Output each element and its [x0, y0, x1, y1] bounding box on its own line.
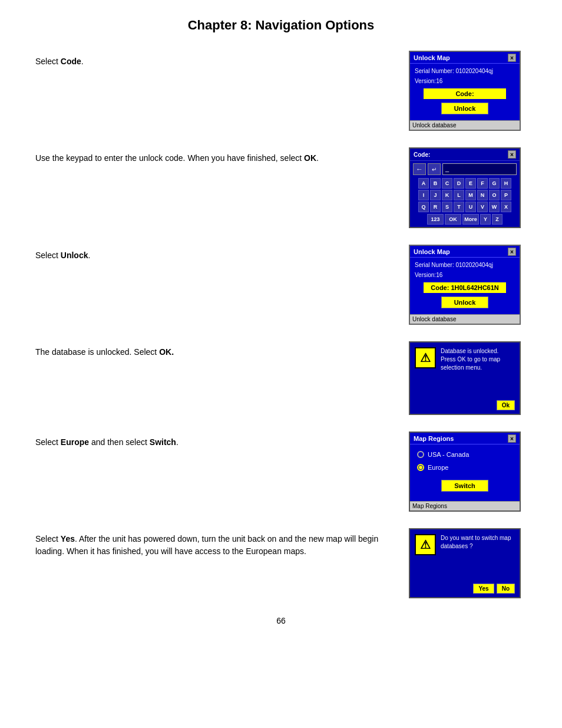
backspace-key[interactable]: ← [413, 163, 426, 175]
key-K[interactable]: K [442, 190, 452, 200]
close-button-1[interactable]: × [508, 54, 516, 62]
ui-dialog-ok: ⚠ Database is unlocked. Press OK to go t… [409, 341, 521, 415]
key-M[interactable]: M [465, 190, 476, 200]
close-button-2[interactable]: × [508, 248, 516, 256]
ui-map-regions: Map Regions × USA - Canada Europe Switch [409, 431, 521, 512]
section-select-europe: Select Europe and then select Switch. Ma… [35, 431, 527, 512]
yes-button[interactable]: Yes [473, 584, 494, 594]
close-button-kb[interactable]: × [508, 150, 516, 159]
keyboard-input-row: ← ↵ _ [410, 161, 520, 177]
key-S[interactable]: S [442, 202, 452, 212]
section-text-4: The database is unlocked. Select OK. [35, 341, 397, 358]
key-I[interactable]: I [418, 190, 429, 200]
key-D[interactable]: D [454, 178, 464, 189]
exclamation-icon: ⚠ [420, 351, 431, 365]
radio-europe-circle[interactable] [417, 464, 424, 471]
keyboard-row-3: Q R S T U V W X [410, 201, 520, 213]
section-select-code: Select Code. Unlock Map × Serial Number:… [35, 51, 527, 131]
keyboard-input[interactable]: _ [442, 163, 517, 175]
key-ok[interactable]: OK [445, 214, 461, 225]
key-W[interactable]: W [489, 202, 500, 212]
key-B[interactable]: B [430, 178, 441, 189]
key-Z[interactable]: Z [492, 214, 503, 225]
key-G[interactable]: G [489, 178, 500, 189]
section-select-unlock: Select Unlock. Unlock Map × Serial Numbe… [35, 245, 527, 325]
bold-code: Code [61, 57, 81, 66]
key-more[interactable]: More [462, 214, 479, 225]
dialog-text-ok: Database is unlocked. Press OK to go to … [441, 347, 515, 372]
radio-usa-circle[interactable] [417, 451, 424, 458]
key-C[interactable]: C [442, 178, 452, 189]
dialog-body-yes-no [410, 560, 520, 584]
version-2: Version:16 [415, 271, 515, 279]
europe-label: Europe [428, 464, 448, 471]
section-enter-code: Use the keypad to enter the unlock code.… [35, 147, 527, 228]
map-regions-status: Map Regions [410, 501, 520, 510]
switch-button[interactable]: Switch [441, 480, 488, 492]
page-title: Chapter 8: Navigation Options [35, 18, 527, 33]
map-regions-body: USA - Canada Europe Switch [410, 444, 520, 501]
radio-europe[interactable]: Europe [410, 461, 520, 474]
key-L[interactable]: L [454, 190, 464, 200]
exclamation-icon-2: ⚠ [420, 538, 431, 552]
keyboard-title: Code: [414, 151, 430, 158]
image-unlock-map-2: Unlock Map × Serial Number: 0102020404qj… [409, 245, 527, 325]
keyboard-bottom-row: 123 OK More Y Z [410, 213, 520, 227]
close-button-mr[interactable]: × [508, 434, 516, 443]
page-number: 66 [35, 616, 527, 625]
key-H[interactable]: H [501, 178, 511, 189]
bold-switch: Switch [150, 437, 176, 447]
section-text-2: Use the keypad to enter the unlock code.… [35, 147, 397, 164]
key-A[interactable]: A [418, 178, 429, 189]
section-text-5: Select Europe and then select Switch. [35, 431, 397, 449]
key-V[interactable]: V [477, 202, 488, 212]
bold-yes: Yes [61, 534, 75, 543]
dialog-inner-yes-no: ⚠ Do you want to switch map databases ? [410, 529, 520, 560]
dialog-btns-yes-no: Yes No [410, 584, 520, 597]
code-field-1[interactable]: Code: [424, 88, 506, 99]
space-key[interactable]: ↵ [428, 163, 441, 175]
unlock-btn-1[interactable]: Unlock [441, 103, 488, 114]
unlock-map-title-1: Unlock Map [414, 54, 450, 61]
section-text-1: Select Code. [35, 51, 397, 68]
status-bar-2: Unlock database [410, 314, 520, 324]
section-text-3: Select Unlock. [35, 245, 397, 262]
unlock-map-titlebar-1: Unlock Map × [410, 52, 520, 64]
unlock-map-titlebar-2: Unlock Map × [410, 246, 520, 258]
key-E[interactable]: E [465, 178, 476, 189]
key-T[interactable]: T [454, 202, 464, 212]
key-Q[interactable]: Q [418, 202, 429, 212]
key-N[interactable]: N [477, 190, 488, 200]
ui-unlock-map-2: Unlock Map × Serial Number: 0102020404qj… [409, 245, 521, 325]
key-J[interactable]: J [430, 190, 441, 200]
no-button[interactable]: No [497, 584, 515, 594]
warning-icon-2: ⚠ [415, 534, 436, 555]
section-db-unlocked: The database is unlocked. Select OK. ⚠ D… [35, 341, 527, 415]
warning-icon: ⚠ [415, 347, 436, 368]
section-select-yes: Select Yes. After the unit has powered d… [35, 528, 527, 598]
key-Y[interactable]: Y [480, 214, 491, 225]
code-field-2[interactable]: Code: 1H0L642HC61N [424, 282, 506, 293]
radio-usa-canada[interactable]: USA - Canada [410, 448, 520, 461]
keyboard-row-2: I J K L M N O P [410, 189, 520, 201]
version-1: Version:16 [415, 77, 515, 85]
key-O[interactable]: O [489, 190, 500, 200]
key-R[interactable]: R [430, 202, 441, 212]
ui-dialog-yes-no: ⚠ Do you want to switch map databases ? … [409, 528, 521, 598]
key-U[interactable]: U [465, 202, 476, 212]
key-123[interactable]: 123 [427, 214, 444, 225]
unlock-map-body-2: Serial Number: 0102020404qj Version:16 C… [410, 258, 520, 314]
key-X[interactable]: X [501, 202, 511, 212]
dialog-body-ok [410, 377, 520, 400]
image-unlock-map-1: Unlock Map × Serial Number: 0102020404qj… [409, 51, 527, 131]
ok-button[interactable]: Ok [497, 400, 515, 410]
switch-btn-container: Switch [410, 474, 520, 498]
bold-unlock: Unlock [61, 251, 88, 260]
radio-selected-dot [419, 466, 422, 469]
serial-number-1: Serial Number: 0102020404qj [415, 67, 515, 75]
dialog-text-switch: Do you want to switch map databases ? [441, 534, 515, 555]
unlock-btn-2[interactable]: Unlock [441, 297, 488, 308]
key-P[interactable]: P [501, 190, 511, 200]
image-dialog-yes-no: ⚠ Do you want to switch map databases ? … [409, 528, 527, 598]
key-F[interactable]: F [477, 178, 488, 189]
